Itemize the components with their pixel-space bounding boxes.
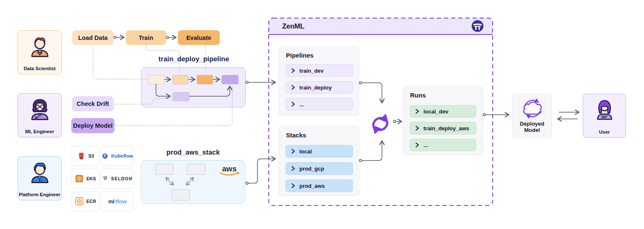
- ecr-icon: [75, 197, 83, 205]
- persona-card-ml-engineer: ML Engineer: [18, 93, 62, 137]
- persona-card-data-scientist: Data Scientist: [18, 30, 62, 74]
- svg-text:aws: aws: [222, 164, 237, 173]
- deployed-model-label: Model: [520, 127, 545, 134]
- pipeline-graph-box: [141, 67, 246, 108]
- pipeline-item-label: train_dev: [299, 68, 324, 74]
- user-label: User: [599, 129, 610, 134]
- mlflow-logo-text: flow: [115, 198, 127, 205]
- stack-item-local[interactable]: local: [286, 145, 353, 158]
- step-label: Evaluate: [186, 34, 211, 41]
- deployed-model-card: Deployed Model: [512, 94, 552, 138]
- step-evaluate[interactable]: Evaluate: [178, 30, 220, 45]
- tool-label: EKS: [86, 176, 96, 181]
- run-item-label: local_dev: [423, 108, 448, 115]
- runs-panel-title: Runs: [410, 92, 426, 99]
- tool-card-s3[interactable]: S3: [72, 146, 99, 166]
- run-item-more[interactable]: ...: [410, 139, 476, 151]
- pipeline-item-train-dev[interactable]: train_dev: [286, 64, 353, 77]
- seldon-icon: [102, 176, 108, 182]
- persona-card-platform-engineer: Platform Engineer: [18, 156, 62, 200]
- run-item-train-deploy-aws[interactable]: train_deploy_aws: [410, 122, 476, 134]
- chevron-right-icon: [291, 102, 295, 107]
- pipeline-title: train_deploy_pipeline: [158, 55, 229, 63]
- tool-label: Kubeflow: [111, 153, 133, 158]
- zenml-logo-icon: [472, 20, 483, 32]
- data-scientist-icon: [27, 34, 53, 60]
- mlflow-logo-text: ml: [108, 198, 114, 205]
- stacks-panel: Stacks local prod_gcp prod_aws: [278, 126, 359, 196]
- tool-label: S3: [88, 153, 94, 158]
- step-train[interactable]: Train: [126, 30, 166, 45]
- chevron-right-icon: [291, 183, 295, 188]
- step-check-drift[interactable]: Check Drift: [72, 96, 114, 111]
- chevron-right-icon: [291, 149, 295, 154]
- pipeline-node-load: [148, 75, 165, 84]
- sync-icon: [369, 112, 392, 136]
- runs-panel: Runs local_dev train_deploy_aws ...: [402, 86, 483, 155]
- stack-item-prod-aws[interactable]: prod_aws: [286, 179, 353, 192]
- aws-stack-box: aws: [141, 160, 245, 204]
- pipeline-item-more[interactable]: ...: [286, 98, 353, 111]
- tool-card-eks[interactable]: EKS: [72, 168, 99, 189]
- pipeline-node-deploy: [221, 75, 239, 84]
- deployed-model-icon: [518, 97, 546, 119]
- stacks-panel-title: Stacks: [286, 132, 306, 139]
- pipelines-panel: Pipelines train_dev train_deploy ...: [278, 46, 359, 116]
- chevron-right-icon: [291, 68, 295, 73]
- s3-icon: [77, 152, 86, 160]
- stack-item-label: local: [299, 148, 312, 155]
- stack-item-label: prod_gcp: [299, 166, 324, 172]
- stack-component-box: [171, 189, 190, 200]
- aws-stack-title: prod_aws_stack: [166, 149, 220, 156]
- kubeflow-icon: [102, 153, 108, 159]
- run-item-label: train_deploy_aws: [423, 125, 469, 132]
- tool-label: ECR: [86, 199, 96, 204]
- persona-label: ML Engineer: [25, 129, 54, 134]
- user-icon: [592, 97, 617, 123]
- tool-card-seldon[interactable]: SELDOИ: [101, 168, 133, 189]
- user-card: User: [583, 94, 626, 138]
- pipeline-node-drift: [172, 92, 190, 101]
- pipelines-panel-title: Pipelines: [286, 52, 314, 59]
- platform-engineer-icon: [27, 160, 53, 186]
- step-label: Deploy Model: [73, 122, 112, 129]
- zenml-title: ZenML: [282, 22, 304, 30]
- chevron-right-icon: [291, 166, 295, 171]
- aws-logo: aws: [218, 163, 241, 178]
- tool-card-kubeflow[interactable]: Kubeflow: [101, 146, 133, 166]
- pipeline-item-label: train_deploy: [299, 84, 332, 91]
- chevron-right-icon: [415, 126, 419, 131]
- persona-label: Data Scientist: [23, 66, 55, 71]
- stack-item-label: prod_aws: [299, 183, 325, 189]
- step-load-data[interactable]: Load Data: [72, 30, 114, 45]
- zenml-header: ZenML: [269, 18, 493, 35]
- diagram-canvas: Data Scientist ML Engineer Platform Engi…: [0, 0, 644, 229]
- stack-item-prod-gcp[interactable]: prod_gcp: [286, 162, 353, 175]
- run-item-local-dev[interactable]: local_dev: [410, 105, 476, 118]
- stack-component-box: [187, 164, 205, 175]
- chevron-right-icon: [415, 142, 419, 147]
- tool-card-ecr[interactable]: ECR: [72, 191, 99, 211]
- step-deploy-model[interactable]: Deploy Model: [71, 118, 114, 133]
- persona-label: Platform Engineer: [19, 192, 60, 197]
- chevron-right-icon: [415, 109, 419, 114]
- step-label: Train: [139, 34, 153, 41]
- eks-icon: [75, 174, 83, 183]
- ml-engineer-icon: [27, 97, 53, 123]
- pipeline-item-train-deploy[interactable]: train_deploy: [286, 81, 353, 94]
- step-label: Load Data: [78, 34, 107, 41]
- stack-component-box: [155, 164, 174, 175]
- chevron-right-icon: [291, 85, 295, 90]
- tool-label: SELDOИ: [111, 176, 132, 181]
- deployed-model-label: Deployed: [520, 121, 545, 127]
- tool-card-mlflow[interactable]: mlflow: [101, 191, 133, 211]
- pipeline-item-label: ...: [299, 101, 304, 108]
- step-label: Check Drift: [77, 100, 109, 107]
- pipeline-node-evaluate: [197, 75, 213, 84]
- pipeline-node-train: [172, 75, 189, 84]
- run-item-label: ...: [423, 142, 428, 148]
